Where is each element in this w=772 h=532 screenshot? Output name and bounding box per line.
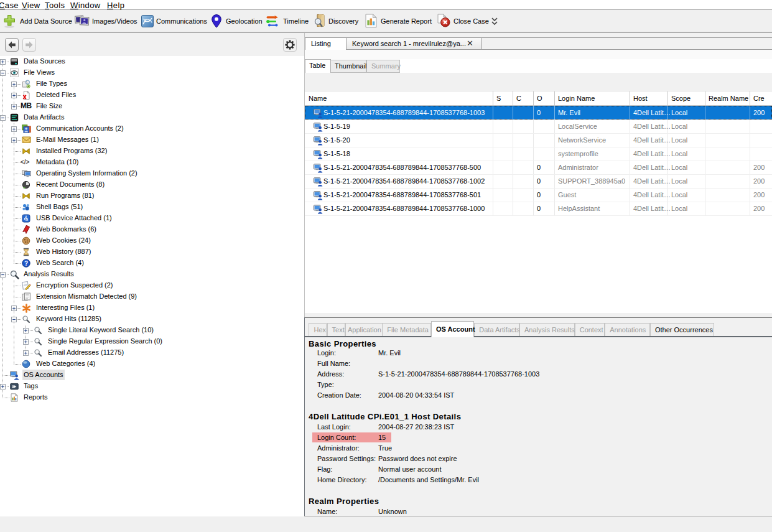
svg-text:?: ?: [24, 260, 28, 267]
